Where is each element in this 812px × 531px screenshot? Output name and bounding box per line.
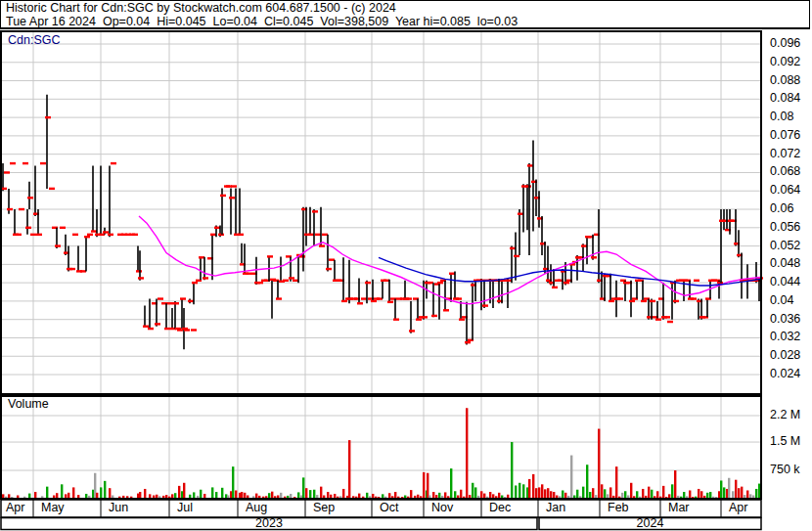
volume-bar bbox=[576, 490, 578, 499]
price-gridlines bbox=[2, 32, 761, 393]
volume-bar bbox=[72, 487, 74, 499]
volume-bar bbox=[630, 483, 632, 499]
price-tick-label: 0.04 bbox=[770, 293, 793, 307]
volume-bar bbox=[755, 489, 757, 499]
close-tick bbox=[192, 282, 198, 284]
volume-bar bbox=[738, 488, 740, 499]
volume-bar bbox=[515, 485, 517, 499]
volume-bar bbox=[348, 440, 350, 499]
volume-bar bbox=[61, 484, 63, 499]
volume-bar bbox=[34, 492, 36, 499]
close-tick bbox=[218, 234, 224, 236]
volume-bar bbox=[648, 487, 650, 499]
close-tick bbox=[443, 309, 449, 311]
volume-bar bbox=[538, 487, 540, 499]
volume-bar bbox=[342, 489, 344, 499]
month-label-jan: Jan bbox=[546, 501, 565, 514]
volume-bar bbox=[519, 483, 520, 499]
price-tick-label: 0.096 bbox=[770, 36, 800, 50]
close-tick bbox=[393, 319, 399, 321]
close-tick bbox=[99, 234, 105, 236]
volume-bar bbox=[656, 491, 658, 499]
year-label-2023: 2023 bbox=[0, 516, 538, 530]
close-tick bbox=[312, 210, 318, 212]
close-tick bbox=[387, 301, 393, 303]
close-tick bbox=[91, 230, 97, 232]
month-label-mar: Mar bbox=[668, 501, 690, 514]
volume-bar bbox=[320, 487, 322, 499]
close-tick bbox=[267, 255, 273, 257]
price-tick-label: 0.092 bbox=[770, 55, 800, 68]
volume-bar bbox=[309, 490, 311, 499]
close-tick bbox=[283, 280, 289, 282]
volume-bar bbox=[46, 487, 48, 499]
volume-bar bbox=[671, 484, 673, 499]
close-tick bbox=[10, 162, 16, 164]
volume-bar bbox=[241, 492, 243, 499]
close-tick bbox=[138, 277, 144, 279]
price-tick-label: 0.052 bbox=[770, 239, 800, 252]
close-tick bbox=[30, 234, 36, 236]
month-label-nov: Nov bbox=[431, 501, 453, 514]
volume-bar bbox=[109, 488, 111, 499]
volume-bar bbox=[327, 492, 329, 499]
close-tick bbox=[482, 304, 488, 306]
close-tick bbox=[377, 297, 383, 299]
volume-bar bbox=[746, 491, 748, 500]
month-label-aug: Aug bbox=[246, 501, 267, 514]
close-tick bbox=[641, 300, 647, 302]
close-tick bbox=[308, 234, 314, 236]
volume-bar bbox=[535, 488, 537, 499]
close-tick bbox=[188, 300, 194, 302]
close-tick bbox=[199, 256, 204, 258]
close-tick bbox=[80, 270, 86, 272]
volume-bar bbox=[550, 491, 552, 499]
close-tick bbox=[406, 297, 412, 299]
volume-bar bbox=[709, 492, 711, 499]
close-tick bbox=[431, 315, 437, 317]
close-tick bbox=[167, 302, 173, 304]
volume-bar bbox=[636, 491, 638, 499]
volume-bar bbox=[553, 492, 555, 499]
price-tick-label: 0.024 bbox=[770, 367, 800, 380]
year-label-2024: 2024 bbox=[538, 516, 762, 530]
close-tick bbox=[617, 297, 623, 299]
close-tick bbox=[510, 247, 516, 249]
close-tick bbox=[518, 213, 523, 215]
close-tick bbox=[383, 280, 389, 282]
close-tick bbox=[289, 277, 294, 279]
volume-bar bbox=[547, 488, 549, 499]
close-tick bbox=[143, 326, 149, 328]
volume-gridlines bbox=[2, 397, 761, 499]
volume-bar bbox=[683, 492, 685, 499]
volume-bar bbox=[489, 492, 491, 499]
close-tick bbox=[717, 282, 723, 284]
close-tick bbox=[456, 297, 462, 299]
price-tick-label: 0.06 bbox=[770, 201, 793, 215]
close-tick bbox=[465, 341, 471, 343]
close-tick bbox=[4, 171, 10, 173]
volume-bar bbox=[511, 442, 513, 499]
price-tick-label: 0.032 bbox=[770, 330, 800, 343]
volume-bar bbox=[410, 490, 412, 499]
close-tick bbox=[164, 328, 170, 330]
close-tick bbox=[276, 297, 282, 299]
close-tick bbox=[220, 195, 226, 197]
price-tick-label: 0.036 bbox=[770, 312, 800, 326]
month-label-dec: Dec bbox=[489, 501, 511, 514]
close-tick bbox=[19, 208, 24, 210]
close-tick bbox=[7, 208, 13, 210]
close-tick bbox=[40, 162, 46, 164]
close-tick bbox=[45, 116, 51, 118]
volume-bar bbox=[235, 491, 237, 500]
volume-bar bbox=[723, 487, 725, 499]
month-label-apr: Apr bbox=[6, 501, 24, 514]
close-tick bbox=[180, 297, 186, 299]
volume-bar bbox=[450, 468, 452, 499]
volume-bar bbox=[598, 429, 600, 499]
volume-bar bbox=[735, 480, 737, 499]
close-tick bbox=[326, 268, 332, 270]
close-tick bbox=[329, 258, 335, 260]
volume-bar bbox=[183, 483, 185, 499]
month-label-feb: Feb bbox=[608, 501, 629, 514]
